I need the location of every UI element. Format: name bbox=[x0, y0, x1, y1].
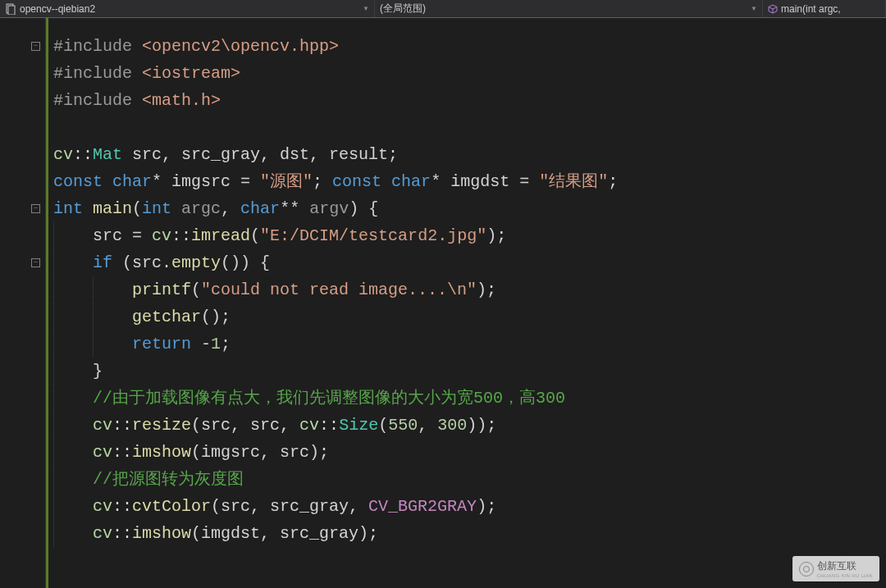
function-dropdown[interactable]: main(int argc, bbox=[763, 0, 886, 17]
code-line[interactable]: cv::imshow(imgsrc, src); bbox=[50, 439, 886, 466]
code-editor[interactable]: − − − #include <opencv2\opencv.hpp> #inc… bbox=[0, 18, 886, 588]
code-line[interactable]: printf("could not read image....\n"); bbox=[50, 276, 886, 303]
code-line[interactable]: cv::Mat src, src_gray, dst, result; bbox=[50, 141, 886, 168]
watermark: 创新互联 CHUANG XIN HU LIAN bbox=[792, 556, 879, 581]
navigation-bar: opencv--qiebian2 ▼ (全局范围) ▼ main(int arg… bbox=[0, 0, 886, 18]
scope-dropdown[interactable]: (全局范围) ▼ bbox=[375, 0, 763, 17]
code-line[interactable]: #include <iostream> bbox=[50, 60, 886, 87]
gutter: − − − bbox=[0, 18, 46, 588]
code-line[interactable]: int main(int argc, char** argv) { bbox=[50, 195, 886, 222]
code-line[interactable]: } bbox=[50, 358, 886, 385]
code-line[interactable]: cv::resize(src, src, cv::Size(550, 300))… bbox=[50, 412, 886, 439]
project-name: opencv--qiebian2 bbox=[20, 3, 95, 15]
chevron-down-icon: ▼ bbox=[363, 5, 369, 12]
code-line[interactable]: const char* imgsrc = "源图"; const char* i… bbox=[50, 168, 886, 195]
code-line[interactable]: //由于加载图像有点大，我们先调整图像的大小为宽500，高300 bbox=[50, 385, 886, 412]
chevron-down-icon: ▼ bbox=[751, 5, 757, 12]
fold-toggle[interactable]: − bbox=[31, 258, 40, 267]
code-line[interactable] bbox=[50, 114, 886, 141]
code-line[interactable]: #include <opencv2\opencv.hpp> bbox=[50, 33, 886, 60]
code-line[interactable]: if (src.empty()) { bbox=[50, 249, 886, 276]
code-line[interactable]: cv::cvtColor(src, src_gray, CV_BGR2GRAY)… bbox=[50, 493, 886, 520]
project-dropdown[interactable]: opencv--qiebian2 ▼ bbox=[0, 0, 375, 17]
fold-toggle[interactable]: − bbox=[31, 42, 40, 51]
watermark-logo-icon bbox=[799, 562, 814, 577]
code-area[interactable]: #include <opencv2\opencv.hpp> #include <… bbox=[46, 18, 886, 588]
code-line[interactable]: src = cv::imread("E:/DCIM/testcard2.jpg"… bbox=[50, 222, 886, 249]
code-line[interactable]: #include <math.h> bbox=[50, 87, 886, 114]
code-line[interactable]: getchar(); bbox=[50, 303, 886, 330]
code-line[interactable]: return -1; bbox=[50, 330, 886, 358]
function-label: main(int argc, bbox=[781, 3, 841, 15]
scope-label: (全局范围) bbox=[380, 2, 426, 16]
svg-rect-1 bbox=[8, 6, 15, 15]
fold-toggle[interactable]: − bbox=[31, 204, 40, 213]
code-line[interactable]: //把源图转为灰度图 bbox=[50, 466, 886, 493]
method-icon bbox=[768, 4, 778, 14]
code-line[interactable]: cv::imshow(imgdst, src_gray); bbox=[50, 520, 886, 547]
file-icon bbox=[5, 3, 16, 15]
